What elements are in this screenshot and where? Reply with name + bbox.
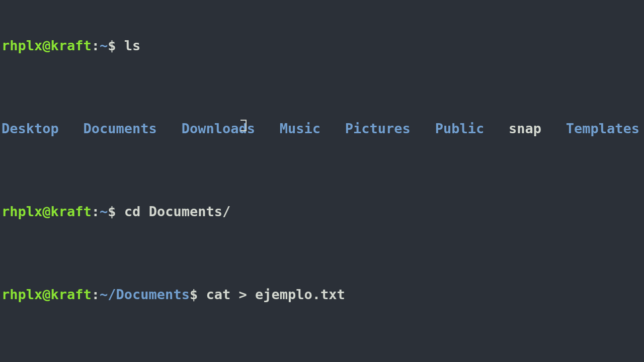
ls-dir-music: Music <box>280 121 320 136</box>
prompt-path: ~ <box>100 38 108 53</box>
prompt-dollar: $ <box>108 38 124 53</box>
prompt-line-2: rhplx@kraft:~$ cd Documents/ <box>2 203 642 220</box>
ls-dir-pictures: Pictures <box>345 121 411 136</box>
ls-file-snap: snap <box>509 121 541 136</box>
prompt-separator: : <box>92 38 100 53</box>
prompt-line-3: rhplx@kraft:~/Documents$ cat > ejemplo.t… <box>2 286 642 303</box>
prompt-line-0: rhplx@kraft:~$ ls <box>2 37 642 54</box>
prompt-user: rhplx@kraft <box>2 204 92 219</box>
ls-dir-public: Public <box>435 121 485 136</box>
prompt-separator: : <box>92 204 100 219</box>
ls-dir-desktop: Desktop <box>2 121 59 136</box>
command-text: ls <box>124 38 141 53</box>
command-text: cd Documents/ <box>124 204 230 219</box>
command-text: cat > ejemplo.txt <box>206 287 345 302</box>
prompt-separator: : <box>92 287 100 302</box>
prompt-path: ~ <box>100 204 108 219</box>
prompt-dollar: $ <box>190 287 206 302</box>
prompt-user: rhplx@kraft <box>2 38 92 53</box>
ls-dir-templates: Templates <box>566 121 639 136</box>
prompt-dollar: $ <box>108 204 124 219</box>
ls-output-line: Desktop Documents Downloads Music Pictur… <box>2 120 642 137</box>
terminal-output[interactable]: rhplx@kraft:~$ ls Desktop Documents Down… <box>0 0 644 362</box>
prompt-user: rhplx@kraft <box>2 287 92 302</box>
ls-dir-documents: Documents <box>84 121 157 136</box>
prompt-path: ~/Documents <box>100 287 190 302</box>
ls-dir-downloads: Downloads <box>182 121 255 136</box>
